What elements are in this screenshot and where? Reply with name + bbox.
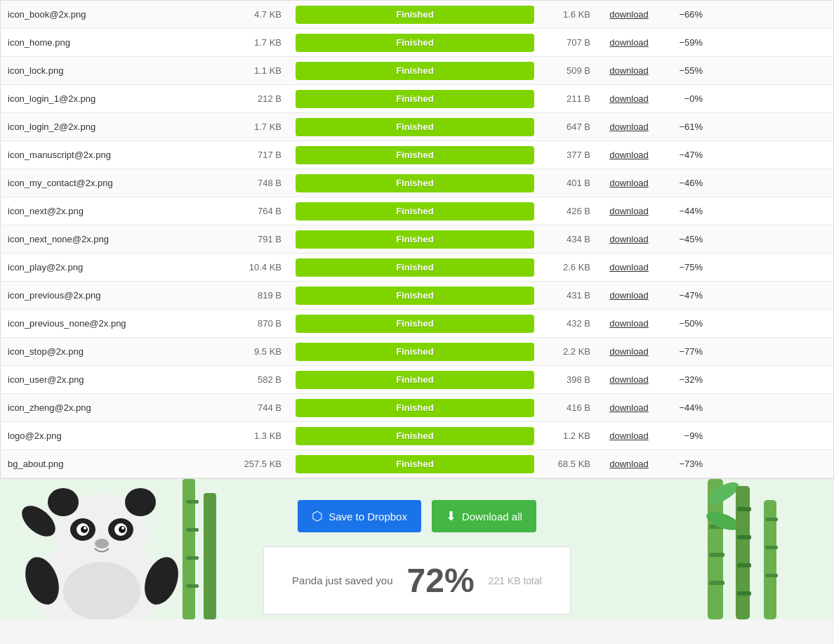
- save-to-dropbox-button[interactable]: ⬡ Save to Dropbox: [298, 500, 421, 532]
- download-link[interactable]: download: [609, 459, 649, 469]
- download-link-cell[interactable]: download: [597, 65, 661, 76]
- savings-percent-cell: −55%: [661, 65, 703, 76]
- original-size: 582 B: [232, 374, 289, 385]
- download-link[interactable]: download: [609, 318, 649, 329]
- download-link-cell[interactable]: download: [597, 374, 661, 385]
- download-link-cell[interactable]: download: [597, 9, 661, 20]
- savings-percent-cell: −32%: [661, 374, 703, 385]
- download-link[interactable]: download: [609, 65, 649, 76]
- download-link-cell[interactable]: download: [597, 178, 661, 188]
- file-table: icon_book@2x.png 4.7 KB Finished 1.6 KB …: [0, 0, 834, 479]
- new-size: 509 B: [541, 65, 597, 76]
- progress-bar: Finished: [296, 62, 534, 80]
- svg-rect-26: [709, 553, 724, 557]
- progress-label: Finished: [396, 374, 433, 385]
- progress-bar-cell: Finished: [289, 343, 541, 361]
- download-link[interactable]: download: [609, 290, 649, 301]
- table-row: icon_user@2x.png 582 B Finished 398 B do…: [1, 366, 833, 394]
- file-name: icon_my_contact@2x.png: [8, 178, 232, 188]
- download-link[interactable]: download: [609, 93, 649, 104]
- download-link[interactable]: download: [609, 234, 649, 244]
- svg-rect-34: [737, 591, 751, 596]
- download-link-cell[interactable]: download: [597, 121, 661, 132]
- progress-bar: Finished: [296, 371, 534, 389]
- progress-bar-cell: Finished: [289, 230, 541, 249]
- main-container: icon_book@2x.png 4.7 KB Finished 1.6 KB …: [0, 0, 834, 619]
- file-name: icon_login_2@2x.png: [8, 121, 232, 132]
- panda-svg-left: [0, 479, 239, 619]
- download-link-cell[interactable]: download: [597, 431, 661, 441]
- progress-label: Finished: [396, 9, 433, 20]
- download-link-cell[interactable]: download: [597, 234, 661, 244]
- svg-point-16: [84, 527, 86, 530]
- download-link[interactable]: download: [609, 346, 649, 357]
- table-row: bg_about.png 257.5 KB Finished 68.5 KB d…: [1, 450, 833, 478]
- download-link-cell[interactable]: download: [597, 459, 661, 469]
- download-link[interactable]: download: [609, 37, 649, 48]
- progress-label: Finished: [396, 318, 433, 329]
- download-link-cell[interactable]: download: [597, 402, 661, 413]
- download-link[interactable]: download: [609, 431, 649, 441]
- savings-percent-cell: −47%: [661, 290, 703, 301]
- download-link[interactable]: download: [609, 374, 649, 385]
- savings-percent-cell: −44%: [661, 206, 703, 216]
- download-link[interactable]: download: [609, 178, 649, 188]
- download-link-cell[interactable]: download: [597, 37, 661, 48]
- download-all-button[interactable]: ⬇ Download all: [432, 500, 536, 532]
- progress-bar: Finished: [296, 34, 534, 52]
- file-name: icon_zheng@2x.png: [8, 402, 232, 413]
- svg-rect-3: [186, 556, 199, 560]
- download-icon: ⬇: [446, 508, 456, 524]
- table-row: icon_lock.png 1.1 KB Finished 509 B down…: [1, 57, 833, 85]
- progress-bar: Finished: [296, 6, 534, 24]
- download-link-cell[interactable]: download: [597, 206, 661, 216]
- file-name: icon_home.png: [8, 37, 232, 48]
- new-size: 211 B: [541, 93, 597, 104]
- download-link[interactable]: download: [609, 402, 649, 413]
- svg-rect-1: [186, 500, 199, 504]
- svg-point-8: [48, 488, 79, 516]
- table-row: icon_login_2@2x.png 1.7 KB Finished 647 …: [1, 113, 833, 141]
- download-link[interactable]: download: [609, 150, 649, 160]
- savings-percent-cell: −9%: [661, 431, 703, 441]
- download-link-cell[interactable]: download: [597, 318, 661, 329]
- table-row: icon_book@2x.png 4.7 KB Finished 1.6 KB …: [1, 1, 833, 29]
- new-size: 434 B: [541, 234, 597, 244]
- download-link-cell[interactable]: download: [597, 93, 661, 104]
- file-name: icon_login_1@2x.png: [8, 93, 232, 104]
- download-link-cell[interactable]: download: [597, 262, 661, 272]
- new-size: 1.2 KB: [541, 431, 597, 441]
- progress-bar-cell: Finished: [289, 287, 541, 305]
- progress-label: Finished: [396, 121, 433, 132]
- download-link-cell[interactable]: download: [597, 346, 661, 357]
- svg-rect-36: [765, 518, 778, 521]
- progress-bar-cell: Finished: [289, 6, 541, 24]
- new-size: 398 B: [541, 374, 597, 385]
- file-name: icon_lock.png: [8, 65, 232, 76]
- savings-text: Panda just saved you: [292, 574, 392, 586]
- original-size: 748 B: [232, 178, 289, 188]
- savings-percent: 72%: [407, 561, 475, 600]
- svg-point-17: [121, 527, 124, 530]
- progress-label: Finished: [396, 150, 433, 160]
- download-link-cell[interactable]: download: [597, 290, 661, 301]
- progress-bar: Finished: [296, 315, 534, 333]
- progress-bar: Finished: [296, 455, 534, 473]
- progress-label: Finished: [396, 178, 433, 188]
- new-size: 68.5 KB: [541, 459, 597, 469]
- savings-percent-cell: −73%: [661, 459, 703, 469]
- download-link[interactable]: download: [609, 262, 649, 272]
- new-size: 707 B: [541, 37, 597, 48]
- download-link-cell[interactable]: download: [597, 150, 661, 160]
- new-size: 432 B: [541, 318, 597, 329]
- table-row: logo@2x.png 1.3 KB Finished 1.2 KB downl…: [1, 422, 833, 450]
- progress-bar-cell: Finished: [289, 427, 541, 445]
- download-link[interactable]: download: [609, 206, 649, 216]
- download-link[interactable]: download: [609, 121, 649, 132]
- file-name: bg_about.png: [8, 459, 232, 469]
- download-link[interactable]: download: [609, 9, 649, 20]
- original-size: 717 B: [232, 150, 289, 160]
- progress-bar: Finished: [296, 287, 534, 305]
- savings-percent-cell: −59%: [661, 37, 703, 48]
- table-row: icon_login_1@2x.png 212 B Finished 211 B…: [1, 85, 833, 113]
